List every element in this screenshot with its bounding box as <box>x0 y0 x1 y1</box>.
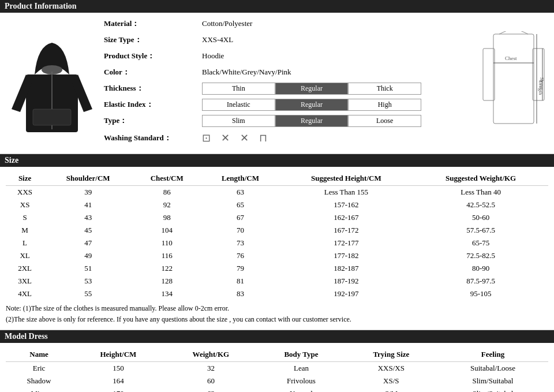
table-cell: Shadow <box>6 375 72 387</box>
thickness-thick[interactable]: Thick <box>348 83 421 95</box>
table-cell: 65-75 <box>413 237 548 249</box>
table-cell: S <box>6 211 44 224</box>
model-table: Name Height/CM Weight/KG Body Type Tryin… <box>6 348 548 392</box>
table-cell: 60 <box>164 375 257 387</box>
wash-icon-iron: ⊓ <box>259 132 267 144</box>
table-cell: 79 <box>201 262 279 275</box>
type-slim[interactable]: Slim <box>202 115 275 127</box>
table-cell: 92 <box>132 199 201 211</box>
table-row: Ming17063NormalS/MSlim/Suitabal <box>6 387 548 392</box>
table-row: 2XL5112279182-18780-90 <box>6 262 548 275</box>
model-section: Name Height/CM Weight/KG Body Type Tryin… <box>0 343 554 392</box>
size-table: Size Shoulder/CM Chest/CM Length/CM Sugg… <box>6 171 548 300</box>
type-label: Type： <box>104 115 202 126</box>
table-cell: Slim/Suitabal <box>437 375 548 387</box>
table-row: M4510470167-17257.5-67.5 <box>6 224 548 237</box>
table-cell: 63 <box>201 186 279 199</box>
thickness-regular[interactable]: Regular <box>275 83 349 95</box>
type-row: Type： Slim Regular Loose <box>104 114 479 127</box>
table-cell: 157-162 <box>279 199 413 211</box>
table-cell: XS/S <box>345 375 437 387</box>
model-col-name: Name <box>6 348 72 362</box>
table-cell: 50-60 <box>413 211 548 224</box>
table-cell: Eric <box>6 362 72 375</box>
thickness-thin[interactable]: Thin <box>202 83 275 95</box>
size-header: Size <box>0 154 554 167</box>
model-col-weight: Weight/KG <box>164 348 257 362</box>
table-cell: 76 <box>201 249 279 262</box>
table-cell: S/M <box>345 387 437 392</box>
table-cell: 32 <box>164 362 257 375</box>
table-cell: 63 <box>164 387 257 392</box>
table-cell: XL <box>6 249 44 262</box>
table-cell: 172-177 <box>279 237 413 249</box>
svg-text:Sleeve: Sleeve <box>539 77 544 90</box>
table-cell: 122 <box>132 262 201 275</box>
table-row: Eric15032LeanXXS/XSSuitabal/Loose <box>6 362 548 375</box>
table-cell: 128 <box>132 275 201 288</box>
svg-text:Chest: Chest <box>505 55 517 61</box>
elastic-row: Elastic Index： Inelastic Regular High <box>104 98 479 111</box>
col-shoulder: Shoulder/CM <box>44 171 132 186</box>
size-type-value: XXS-4XL <box>202 35 233 44</box>
table-cell: 51 <box>44 262 132 275</box>
table-cell: 2XL <box>6 262 44 275</box>
table-cell: 47 <box>44 237 132 249</box>
product-image: .hoodie-fill{fill:#1a1a1a;} .hoodie-stro… <box>6 17 98 149</box>
table-cell: XXS <box>6 186 44 199</box>
type-regular[interactable]: Regular <box>275 115 349 127</box>
table-cell: Slim/Suitabal <box>437 387 548 392</box>
elastic-bar: Inelastic Regular High <box>202 99 421 111</box>
model-col-feeling: Feeling <box>437 348 548 362</box>
table-cell: Suitabal/Loose <box>437 362 548 375</box>
model-col-tryingsize: Trying Size <box>345 348 437 362</box>
table-cell: 41 <box>44 199 132 211</box>
material-value: Cotton/Polyester <box>202 19 252 28</box>
elastic-high[interactable]: High <box>348 99 421 111</box>
model-table-header-row: Name Height/CM Weight/KG Body Type Tryin… <box>6 348 548 362</box>
table-cell: Less Than 155 <box>279 186 413 199</box>
table-cell: 150 <box>72 362 164 375</box>
svg-rect-5 <box>33 109 71 125</box>
table-cell: 70 <box>201 224 279 237</box>
table-cell: 98 <box>132 211 201 224</box>
table-cell: 86 <box>132 186 201 199</box>
table-cell: Ming <box>6 387 72 392</box>
table-row: L4711073172-17765-75 <box>6 237 548 249</box>
table-cell: 80-90 <box>413 262 548 275</box>
table-row: Shadow16460FrivolousXS/SSlim/Suitabal <box>6 375 548 387</box>
wash-icon-no-bleach: ✕ <box>221 132 230 144</box>
table-cell: 81 <box>201 275 279 288</box>
table-row: 3XL5312881187-19287.5-97.5 <box>6 275 548 288</box>
table-cell: 57.5-67.5 <box>413 224 548 237</box>
color-label: Color： <box>104 67 202 77</box>
col-chest: Chest/CM <box>132 171 201 186</box>
material-row: Material： Cotton/Polyester <box>104 17 479 30</box>
thickness-bar: Thin Regular Thick <box>202 83 421 95</box>
model-col-bodytype: Body Type <box>257 348 345 362</box>
size-table-header-row: Size Shoulder/CM Chest/CM Length/CM Sugg… <box>6 171 548 186</box>
model-dress-header: Model Dress <box>0 330 554 343</box>
model-col-height: Height/CM <box>72 348 164 362</box>
col-weight: Suggested Weight/KG <box>413 171 548 186</box>
table-cell: 164 <box>72 375 164 387</box>
type-bar: Slim Regular Loose <box>202 115 421 127</box>
elastic-inelastic[interactable]: Inelastic <box>202 99 275 111</box>
table-cell: L <box>6 237 44 249</box>
table-cell: 177-182 <box>279 249 413 262</box>
table-cell: 134 <box>132 288 201 300</box>
size-note-line2: (2)The size above is only for reference.… <box>6 314 548 325</box>
table-cell: 67 <box>201 211 279 224</box>
washing-label: Washing Standard： <box>104 133 202 143</box>
table-row: XXS398663Less Than 155Less Than 40 <box>6 186 548 199</box>
table-cell: 39 <box>44 186 132 199</box>
table-cell: XXS/XS <box>345 362 437 375</box>
thickness-label: Thickness： <box>104 83 202 94</box>
table-cell: 4XL <box>6 288 44 300</box>
type-loose[interactable]: Loose <box>348 115 421 127</box>
elastic-regular[interactable]: Regular <box>275 99 349 111</box>
garment-diagram: Length Chest Sleeve <box>479 17 548 149</box>
table-row: XS419265157-16242.5-52.5 <box>6 199 548 211</box>
elastic-label: Elastic Index： <box>104 99 202 110</box>
table-cell: XS <box>6 199 44 211</box>
